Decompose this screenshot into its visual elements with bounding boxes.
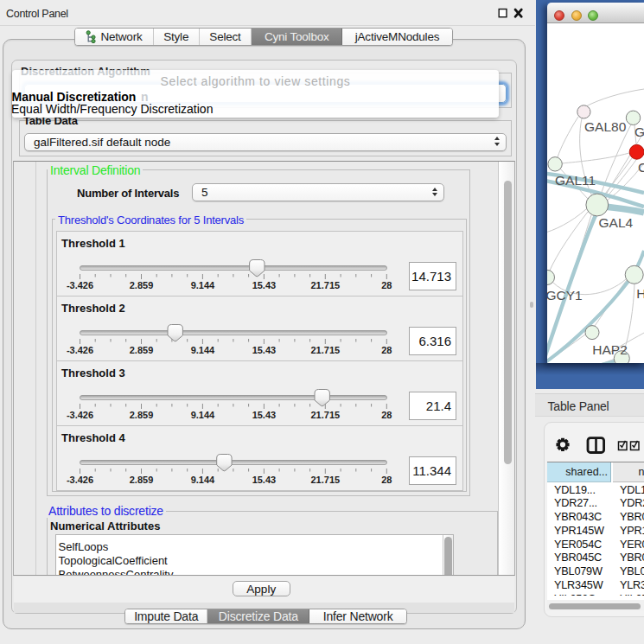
svg-text:21.715: 21.715 xyxy=(310,409,340,419)
svg-text:-3.426: -3.426 xyxy=(67,474,93,484)
svg-text:2.859: 2.859 xyxy=(130,344,154,354)
svg-text:9.144: 9.144 xyxy=(191,279,215,290)
svg-text:28: 28 xyxy=(381,474,392,484)
svg-text:9.144: 9.144 xyxy=(191,474,215,484)
svg-text:GAL11: GAL11 xyxy=(555,173,596,188)
svg-text:15.43: 15.43 xyxy=(252,344,277,354)
svg-text:21.715: 21.715 xyxy=(310,344,340,354)
svg-text:28: 28 xyxy=(381,279,392,290)
svg-text:HAP2: HAP2 xyxy=(592,342,628,357)
svg-text:21.715: 21.715 xyxy=(310,279,340,290)
svg-text:2.859: 2.859 xyxy=(130,409,154,419)
svg-text:-3.426: -3.426 xyxy=(67,279,93,290)
svg-text:28: 28 xyxy=(381,409,392,419)
svg-text:GAL4: GAL4 xyxy=(599,215,634,230)
svg-text:9.144: 9.144 xyxy=(191,344,215,354)
svg-text:15.43: 15.43 xyxy=(252,409,277,419)
svg-text:GA: GA xyxy=(634,124,644,139)
svg-text:28: 28 xyxy=(381,344,392,354)
svg-text:21.715: 21.715 xyxy=(310,474,340,484)
svg-text:15.43: 15.43 xyxy=(252,279,277,290)
svg-text:2.859: 2.859 xyxy=(130,474,154,484)
svg-text:-3.426: -3.426 xyxy=(67,409,93,419)
svg-text:2.859: 2.859 xyxy=(130,279,154,290)
svg-text:GAL80: GAL80 xyxy=(584,119,627,134)
svg-text:H: H xyxy=(636,286,644,301)
svg-text:9.144: 9.144 xyxy=(191,409,215,419)
svg-text:-3.426: -3.426 xyxy=(67,344,93,354)
svg-text:C: C xyxy=(638,160,644,175)
svg-text:GCY1: GCY1 xyxy=(547,288,583,303)
svg-text:15.43: 15.43 xyxy=(252,474,277,484)
